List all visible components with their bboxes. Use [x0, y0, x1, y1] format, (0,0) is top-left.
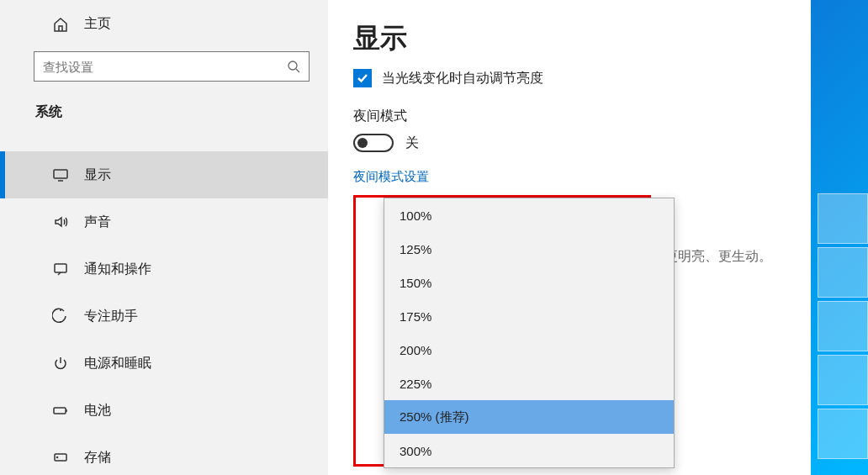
desktop-tile — [818, 409, 868, 459]
sidebar-item-power[interactable]: 电源和睡眠 — [0, 340, 328, 387]
scale-option[interactable]: 225% — [384, 367, 674, 400]
night-mode-toggle-row: 关 — [353, 134, 786, 152]
desktop-tile — [818, 301, 868, 351]
power-icon — [52, 355, 69, 372]
sidebar-item-notifications[interactable]: 通知和操作 — [0, 245, 328, 293]
svg-rect-2 — [55, 264, 66, 272]
night-mode-settings-link[interactable]: 夜间模式设置 — [353, 169, 786, 185]
home-label: 主页 — [84, 15, 111, 33]
scale-option[interactable]: 100% — [384, 198, 674, 232]
desktop-tile — [818, 193, 868, 244]
focus-icon — [52, 308, 69, 325]
scale-option[interactable]: 125% — [384, 232, 674, 266]
desktop-tile — [818, 247, 868, 298]
svg-rect-3 — [54, 408, 66, 414]
home-button[interactable]: 主页 — [0, 0, 328, 48]
battery-icon — [52, 402, 69, 419]
brightness-checkbox-label: 当光线变化时自动调节亮度 — [382, 70, 543, 87]
scale-option[interactable]: 250% (推荐) — [384, 400, 674, 434]
search-icon — [287, 60, 300, 73]
sidebar: 主页 系统 显示声音通知和操作专注助手电源和睡眠电池存储 — [0, 0, 328, 475]
sidebar-item-sound[interactable]: 声音 — [0, 198, 328, 245]
sidebar-item-battery[interactable]: 电池 — [0, 387, 328, 434]
nav-items: 显示声音通知和操作专注助手电源和睡眠电池存储 — [0, 151, 328, 475]
sidebar-item-label: 显示 — [84, 166, 111, 184]
sidebar-item-label: 通知和操作 — [84, 261, 151, 278]
search-input[interactable] — [43, 60, 287, 74]
search-input-container[interactable] — [34, 51, 310, 82]
desktop-tile — [818, 355, 868, 405]
scale-option[interactable]: 200% — [384, 333, 674, 367]
page-title: 显示 — [353, 20, 786, 57]
storage-icon — [52, 449, 69, 466]
sidebar-item-focus[interactable]: 专注助手 — [0, 293, 328, 340]
night-mode-state: 关 — [405, 135, 419, 152]
sidebar-item-label: 专注助手 — [84, 308, 138, 325]
svg-point-0 — [288, 61, 297, 70]
scale-option[interactable]: 175% — [384, 299, 674, 333]
home-icon — [52, 16, 69, 33]
sidebar-item-monitor[interactable]: 显示 — [0, 151, 328, 198]
sidebar-item-label: 声音 — [84, 214, 111, 231]
partial-hidden-text: 更明亮、更生动。 — [664, 248, 772, 266]
monitor-icon — [52, 166, 69, 183]
sidebar-item-storage[interactable]: 存储 — [0, 434, 328, 475]
toggle-knob — [357, 138, 368, 148]
sidebar-item-label: 存储 — [84, 449, 111, 467]
sidebar-item-label: 电源和睡眠 — [84, 355, 151, 372]
sound-icon — [52, 214, 69, 230]
svg-point-5 — [57, 457, 58, 458]
scale-option[interactable]: 300% — [384, 434, 674, 467]
notifications-icon — [52, 261, 69, 277]
night-mode-label: 夜间模式 — [353, 108, 786, 125]
night-mode-toggle[interactable] — [353, 134, 394, 152]
scale-dropdown[interactable]: 100%125%150%175%200%225%250% (推荐)300% — [384, 198, 675, 468]
svg-rect-1 — [54, 170, 67, 178]
sidebar-item-label: 电池 — [84, 402, 111, 420]
scale-option[interactable]: 150% — [384, 266, 674, 299]
brightness-auto-row[interactable]: 当光线变化时自动调节亮度 — [353, 69, 786, 87]
scale-dropdown-highlight: 100%125%150%175%200%225%250% (推荐)300% — [353, 195, 651, 467]
section-header: 系统 — [0, 97, 328, 136]
desktop-background — [809, 0, 868, 475]
desktop-tiles — [818, 193, 868, 471]
checkbox-checked[interactable] — [353, 69, 372, 87]
